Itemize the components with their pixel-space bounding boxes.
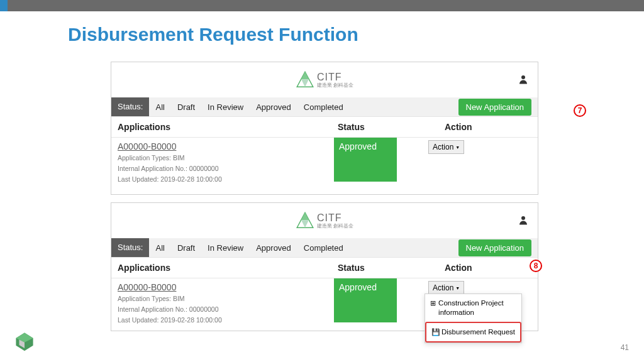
annotation-step-8: 8 (530, 260, 542, 272)
citf-logo: CITF 建造業 創科基金 (296, 70, 353, 89)
svg-marker-6 (301, 220, 309, 228)
action-dropdown-label: Action (433, 283, 453, 292)
col-status: Status (338, 263, 445, 273)
filter-completed[interactable]: Completed (297, 243, 350, 253)
app-header: CITF 建造業 創科基金 (111, 203, 538, 238)
app-header: CITF 建造業 創科基金 (111, 62, 538, 97)
filter-approved[interactable]: Approved (250, 243, 297, 253)
application-id-link[interactable]: A00000-B0000 (118, 141, 338, 151)
app-panel-bottom: CITF 建造業 創科基金 Status: All Draft In Revie… (111, 202, 538, 331)
filter-bar: Status: All Draft In Review Approved Com… (111, 238, 538, 257)
filter-draft[interactable]: Draft (171, 102, 201, 112)
logo-text: CITF (317, 212, 353, 224)
svg-point-7 (521, 216, 525, 220)
table-header: Applications Status Action (111, 257, 538, 278)
new-application-button[interactable]: New Application (458, 239, 532, 256)
slide-title: Disbursement Request Function (68, 24, 358, 45)
svg-marker-5 (301, 212, 309, 220)
menu-item-construction-project[interactable]: ⊞ Construction Project information (425, 294, 521, 322)
filter-bar: Status: All Draft In Review Approved Com… (111, 97, 538, 116)
action-dropdown-label: Action (433, 143, 453, 151)
menu-item-label: Disbursement Request (441, 327, 515, 337)
col-status: Status (338, 122, 445, 132)
chevron-down-icon: ▼ (455, 145, 460, 150)
table-row: A00000-B0000 Application Types: BIM Inte… (111, 137, 538, 190)
col-applications: Applications (118, 122, 338, 132)
status-filter-label: Status: (111, 97, 149, 116)
filter-all[interactable]: All (149, 243, 170, 253)
logo-tagline: 建造業 創科基金 (317, 224, 353, 229)
filter-completed[interactable]: Completed (297, 102, 350, 112)
application-internal-no: Internal Application No.: 00000000 (118, 164, 338, 173)
application-updated: Last Updated: 2019-02-28 10:00:00 (118, 315, 338, 324)
svg-marker-1 (301, 72, 309, 79)
logo-icon (296, 70, 314, 89)
filter-in-review[interactable]: In Review (201, 102, 250, 112)
svg-marker-2 (301, 79, 309, 87)
action-dropdown-button[interactable]: Action ▼ (428, 140, 464, 154)
application-type: Application Types: BIM (118, 153, 338, 162)
citf-logo: CITF 建造業 創科基金 (296, 211, 353, 230)
application-type: Application Types: BIM (118, 294, 338, 303)
chevron-down-icon: ▼ (455, 286, 460, 290)
action-dropdown-menu: ⊞ Construction Project information 💾 Dis… (425, 293, 522, 343)
menu-item-label: Construction Project information (438, 299, 516, 317)
user-icon[interactable] (518, 214, 529, 229)
save-icon: 💾 (431, 327, 439, 336)
svg-point-3 (521, 75, 525, 79)
col-applications: Applications (118, 263, 338, 273)
status-badge: Approved (334, 138, 397, 182)
annotation-step-7: 7 (574, 104, 586, 117)
menu-item-disbursement-request[interactable]: 💾 Disbursement Request (425, 322, 521, 343)
status-filter-label: Status: (111, 238, 149, 257)
col-action: Action (445, 263, 531, 273)
col-action: Action (445, 122, 531, 132)
user-icon[interactable] (518, 74, 529, 88)
slide-top-accent (0, 0, 644, 11)
cic-logo-icon (14, 331, 35, 354)
new-application-button[interactable]: New Application (458, 99, 532, 116)
filter-approved[interactable]: Approved (250, 102, 297, 112)
table-row: A00000-B0000 Application Types: BIM Inte… (111, 278, 538, 331)
app-panel-top: CITF 建造業 創科基金 Status: All Draft In Revie… (111, 62, 538, 195)
application-updated: Last Updated: 2019-02-28 10:00:00 (118, 175, 338, 184)
application-internal-no: Internal Application No.: 00000000 (118, 305, 338, 314)
filter-all[interactable]: All (149, 102, 170, 112)
action-dropdown-button[interactable]: Action ▼ (428, 281, 464, 295)
application-id-link[interactable]: A00000-B0000 (118, 282, 338, 292)
status-badge: Approved (334, 278, 397, 322)
table-header: Applications Status Action (111, 116, 538, 137)
logo-text: CITF (317, 72, 353, 83)
filter-in-review[interactable]: In Review (201, 243, 250, 253)
filter-draft[interactable]: Draft (171, 243, 201, 253)
page-number: 41 (621, 343, 629, 352)
plus-box-icon: ⊞ (430, 299, 436, 307)
logo-tagline: 建造業 創科基金 (317, 83, 353, 88)
logo-icon (296, 211, 314, 230)
